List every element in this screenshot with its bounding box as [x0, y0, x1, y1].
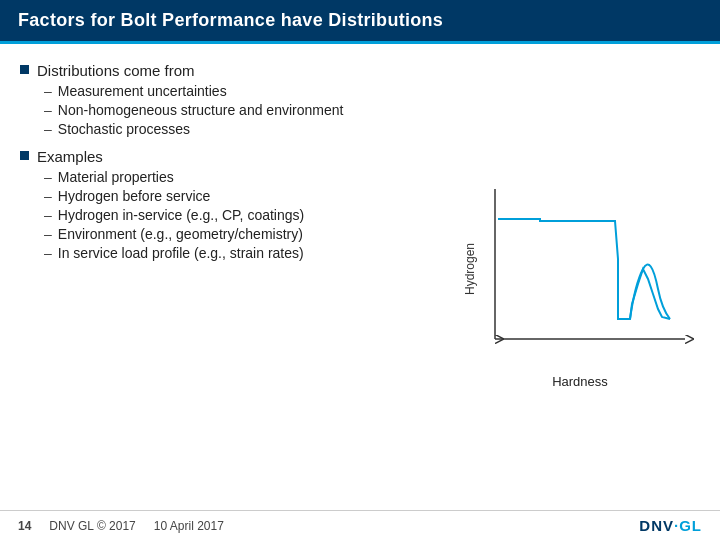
dash-icon-7: –	[44, 226, 52, 242]
section1-sub-items: – Measurement uncertainties – Non-homoge…	[20, 83, 700, 137]
header-title: Factors for Bolt Performance have Distri…	[18, 10, 443, 31]
chart-area: Hydrogen Hardness	[430, 169, 700, 389]
footer: 14 DNV GL © 2017 10 April 2017 DNV·GL	[0, 510, 720, 540]
bullet-square-1	[20, 65, 29, 74]
list-item: – Non-homogeneous structure and environm…	[44, 102, 700, 118]
footer-page: 14	[18, 519, 31, 533]
section1-label: Distributions come from	[37, 62, 195, 79]
section1: Distributions come from – Measurement un…	[20, 62, 700, 140]
section2-header: Examples	[20, 148, 700, 165]
list-item: – Hydrogen before service	[44, 188, 430, 204]
bullet-square-2	[20, 151, 29, 160]
section2-label: Examples	[37, 148, 103, 165]
dash-icon-4: –	[44, 169, 52, 185]
section2: Examples – Material properties – Hydroge…	[20, 148, 700, 389]
list-item: – Hydrogen in-service (e.g., CP, coating…	[44, 207, 430, 223]
section1-sub1: Measurement uncertainties	[58, 83, 227, 99]
hydrogen-chart: Hydrogen	[460, 179, 700, 369]
section1-sub2: Non-homogeneous structure and environmen…	[58, 102, 344, 118]
list-item: – Environment (e.g., geometry/chemistry)	[44, 226, 430, 242]
bottom-area: – Material properties – Hydrogen before …	[20, 169, 700, 389]
section2-sub-items: – Material properties – Hydrogen before …	[20, 169, 430, 389]
footer-date: 10 April 2017	[154, 519, 224, 533]
chart-container: Hydrogen	[460, 179, 700, 372]
list-item: – In service load profile (e.g., strain …	[44, 245, 430, 261]
header: Factors for Bolt Performance have Distri…	[0, 0, 720, 41]
dash-icon-1: –	[44, 83, 52, 99]
section2-sub5: In service load profile (e.g., strain ra…	[58, 245, 304, 261]
dash-icon-3: –	[44, 121, 52, 137]
main-content: Distributions come from – Measurement un…	[0, 44, 720, 407]
footer-left: 14 DNV GL © 2017 10 April 2017	[18, 519, 224, 533]
section1-header: Distributions come from	[20, 62, 700, 79]
footer-logo-accent: ·GL	[674, 517, 702, 534]
section2-sub1: Material properties	[58, 169, 174, 185]
section2-sub2: Hydrogen before service	[58, 188, 211, 204]
x-axis-label: Hardness	[460, 374, 700, 389]
y-axis-label: Hydrogen	[463, 243, 477, 295]
section1-sub3: Stochastic processes	[58, 121, 190, 137]
dash-icon-2: –	[44, 102, 52, 118]
section2-subs: – Material properties – Hydrogen before …	[20, 169, 430, 261]
dash-icon-5: –	[44, 188, 52, 204]
section2-sub4: Environment (e.g., geometry/chemistry)	[58, 226, 303, 242]
list-item: – Stochastic processes	[44, 121, 700, 137]
footer-logo: DNV·GL	[639, 517, 702, 534]
dash-icon-8: –	[44, 245, 52, 261]
list-item: – Material properties	[44, 169, 430, 185]
list-item: – Measurement uncertainties	[44, 83, 700, 99]
footer-company: DNV GL © 2017	[49, 519, 135, 533]
section2-sub3: Hydrogen in-service (e.g., CP, coatings)	[58, 207, 304, 223]
dash-icon-6: –	[44, 207, 52, 223]
